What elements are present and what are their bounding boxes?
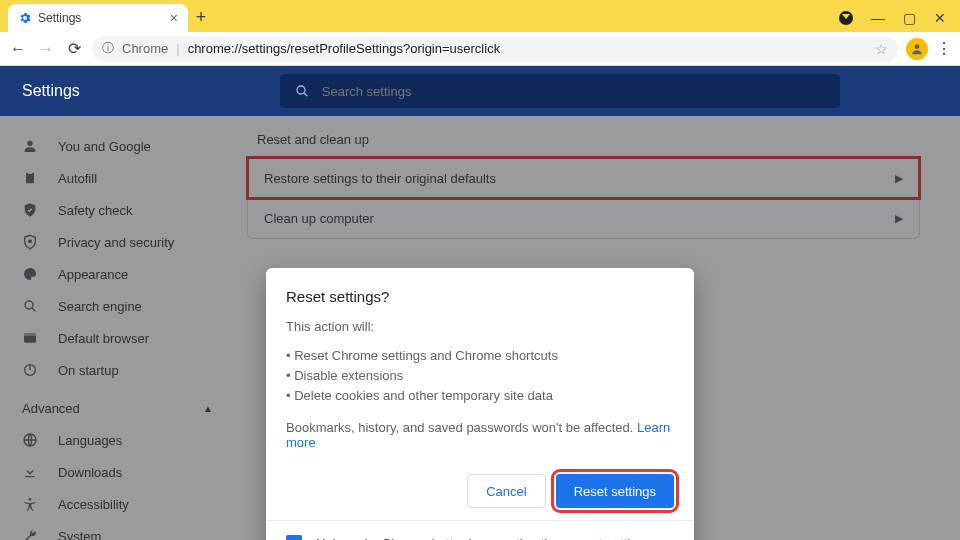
- dialog-note: Bookmarks, history, and saved passwords …: [286, 420, 674, 450]
- search-settings[interactable]: [280, 74, 840, 108]
- reset-dialog: Reset settings? This action will: • Rese…: [266, 268, 694, 540]
- reset-settings-button[interactable]: Reset settings: [556, 474, 674, 508]
- dialog-title: Reset settings?: [286, 288, 674, 305]
- back-icon[interactable]: ←: [8, 40, 28, 58]
- svg-line-2: [304, 93, 307, 96]
- dialog-footer-text: Help make Chrome better by reporting the…: [316, 536, 651, 540]
- profile-avatar[interactable]: [906, 38, 928, 60]
- dialog-bullet: • Delete cookies and other temporary sit…: [286, 386, 674, 406]
- svg-point-1: [297, 86, 305, 94]
- page-title: Settings: [22, 82, 80, 100]
- omnibox-separator: |: [176, 41, 179, 56]
- report-checkbox[interactable]: ✓: [286, 535, 302, 540]
- dialog-bullet: • Reset Chrome settings and Chrome short…: [286, 346, 674, 366]
- tab-title: Settings: [38, 11, 81, 25]
- bookmark-star-icon[interactable]: ☆: [875, 41, 888, 57]
- maximize-icon[interactable]: ▢: [903, 10, 916, 26]
- reload-icon[interactable]: ⟳: [64, 39, 84, 58]
- new-tab-button[interactable]: +: [188, 7, 214, 32]
- kebab-menu-icon[interactable]: ⋮: [936, 39, 952, 58]
- site-info-icon[interactable]: ⓘ: [102, 40, 114, 57]
- gear-icon: [18, 11, 32, 25]
- dialog-footer: ✓ Help make Chrome better by reporting t…: [286, 521, 674, 540]
- minimize-icon[interactable]: —: [871, 10, 885, 26]
- dialog-subtitle: This action will:: [286, 319, 674, 334]
- dialog-actions: Cancel Reset settings: [286, 474, 674, 508]
- cancel-button[interactable]: Cancel: [467, 474, 545, 508]
- browser-tab[interactable]: Settings ×: [8, 4, 188, 32]
- extension-icon[interactable]: [839, 11, 853, 25]
- omnibox[interactable]: ⓘ Chrome | chrome://settings/resetProfil…: [92, 36, 898, 62]
- window-titlebar: Settings × + — ▢ ✕: [0, 0, 960, 32]
- omnibox-url: chrome://settings/resetProfileSettings?o…: [188, 41, 501, 56]
- current-settings-link[interactable]: current settings: [562, 536, 651, 540]
- dialog-bullet: • Disable extensions: [286, 366, 674, 386]
- settings-header: Settings: [0, 66, 960, 116]
- search-icon: [294, 83, 310, 99]
- forward-icon: →: [36, 40, 56, 58]
- search-input[interactable]: [322, 84, 826, 99]
- address-bar: ← → ⟳ ⓘ Chrome | chrome://settings/reset…: [0, 32, 960, 66]
- window-controls: — ▢ ✕: [839, 10, 960, 32]
- omnibox-scheme: Chrome: [122, 41, 168, 56]
- dialog-bullet-list: • Reset Chrome settings and Chrome short…: [286, 346, 674, 406]
- window-close-icon[interactable]: ✕: [934, 10, 946, 26]
- close-icon[interactable]: ×: [170, 10, 178, 26]
- svg-point-0: [915, 44, 920, 49]
